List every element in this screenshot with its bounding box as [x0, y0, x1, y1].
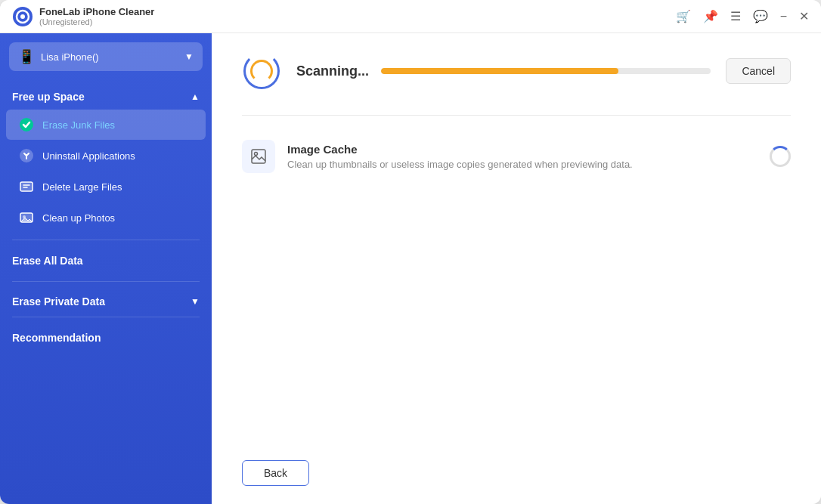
scanning-label: Scanning... — [296, 63, 369, 79]
sidebar-item-erase-junk-files[interactable]: Erase Junk Files — [6, 110, 206, 140]
device-icon: 📱 — [18, 48, 35, 65]
title-bar: FoneLab iPhone Cleaner (Unregistered) 🛒 … — [0, 0, 821, 33]
app-window: FoneLab iPhone Cleaner (Unregistered) 🛒 … — [0, 0, 821, 504]
sidebar-section-free-up-space: Free up Space ▲ Erase Junk Files — [0, 80, 212, 237]
uninstall-apps-icon — [18, 147, 35, 164]
svg-point-2 — [20, 14, 25, 19]
cart-icon[interactable]: 🛒 — [676, 9, 691, 23]
sidebar: 📱 Lisa iPhone() ▼ Free up Space ▲ — [0, 33, 212, 504]
spinner-animation — [770, 146, 791, 167]
app-title-group: FoneLab iPhone Cleaner (Unregistered) — [39, 6, 154, 26]
erase-junk-label: Erase Junk Files — [42, 119, 115, 131]
erase-private-data-header[interactable]: Erase Private Data ▼ — [0, 285, 212, 314]
sidebar-item-delete-large-files[interactable]: Delete Large Files — [6, 172, 206, 202]
erase-junk-icon — [18, 116, 35, 133]
title-bar-left: FoneLab iPhone Cleaner (Unregistered) — [12, 6, 154, 27]
divider-2 — [12, 281, 200, 282]
content-header: Scanning... Cancel — [212, 33, 821, 103]
device-dropdown-arrow: ▼ — [184, 51, 194, 62]
svg-point-9 — [255, 153, 258, 156]
free-up-space-arrow: ▲ — [191, 91, 200, 102]
app-title: FoneLab iPhone Cleaner — [39, 6, 154, 17]
device-selector-left: 📱 Lisa iPhone() — [18, 48, 99, 65]
app-subtitle: (Unregistered) — [39, 17, 154, 26]
minimize-icon[interactable]: − — [780, 10, 787, 23]
free-up-space-title: Free up Space — [12, 91, 85, 103]
scan-animation-icon — [242, 51, 281, 91]
scan-ring-outer — [243, 53, 280, 89]
delete-large-files-icon — [18, 178, 35, 195]
recommendation-title: Recommendation — [12, 332, 101, 344]
scan-item-title: Image Cache — [287, 143, 757, 156]
erase-all-data-title: Erase All Data — [12, 255, 83, 267]
app-logo — [12, 6, 33, 27]
progress-bar — [381, 68, 618, 74]
sidebar-item-erase-all-data[interactable]: Erase All Data — [0, 243, 212, 278]
scan-item-info: Image Cache Clean up thumbnails or usele… — [287, 143, 757, 170]
close-icon[interactable]: ✕ — [799, 9, 809, 23]
scan-ring-inner — [250, 60, 273, 82]
free-up-space-header[interactable]: Free up Space ▲ — [0, 80, 212, 109]
cancel-button[interactable]: Cancel — [726, 58, 791, 84]
content-body: Image Cache Clean up thumbnails or usele… — [212, 128, 821, 448]
svg-rect-8 — [252, 150, 265, 163]
pin-icon[interactable]: 📌 — [703, 9, 718, 23]
erase-private-data-arrow: ▼ — [191, 296, 200, 307]
sidebar-item-clean-up-photos[interactable]: Clean up Photos — [6, 203, 206, 233]
main-layout: 📱 Lisa iPhone() ▼ Free up Space ▲ — [0, 33, 821, 504]
scan-item-desc: Clean up thumbnails or useless image cop… — [287, 159, 757, 170]
back-button[interactable]: Back — [242, 460, 309, 486]
content-area: Scanning... Cancel — [212, 33, 821, 504]
scan-item-spinner — [770, 146, 791, 167]
divider-3 — [12, 317, 200, 317]
scan-item-image-cache: Image Cache Clean up thumbnails or usele… — [242, 134, 791, 179]
svg-rect-5 — [20, 182, 33, 191]
uninstall-apps-label: Uninstall Applications — [42, 150, 135, 162]
divider-1 — [12, 240, 200, 240]
device-selector[interactable]: 📱 Lisa iPhone() ▼ — [9, 42, 203, 71]
sidebar-item-uninstall-apps[interactable]: Uninstall Applications — [6, 141, 206, 171]
erase-private-data-title: Erase Private Data — [12, 295, 105, 308]
title-bar-controls: 🛒 📌 ☰ 💬 − ✕ — [676, 9, 809, 23]
scanning-section: Scanning... — [296, 63, 711, 79]
clean-up-photos-icon — [18, 209, 35, 226]
progress-bar-container — [381, 68, 711, 74]
menu-icon[interactable]: ☰ — [730, 9, 741, 23]
clean-up-photos-label: Clean up Photos — [42, 212, 115, 224]
chat-icon[interactable]: 💬 — [753, 9, 768, 23]
content-footer: Back — [212, 448, 821, 504]
delete-large-files-label: Delete Large Files — [42, 181, 122, 193]
device-name: Lisa iPhone() — [41, 51, 99, 63]
sidebar-item-recommendation[interactable]: Recommendation — [0, 320, 212, 355]
content-divider — [242, 115, 791, 116]
image-cache-icon — [242, 140, 275, 173]
